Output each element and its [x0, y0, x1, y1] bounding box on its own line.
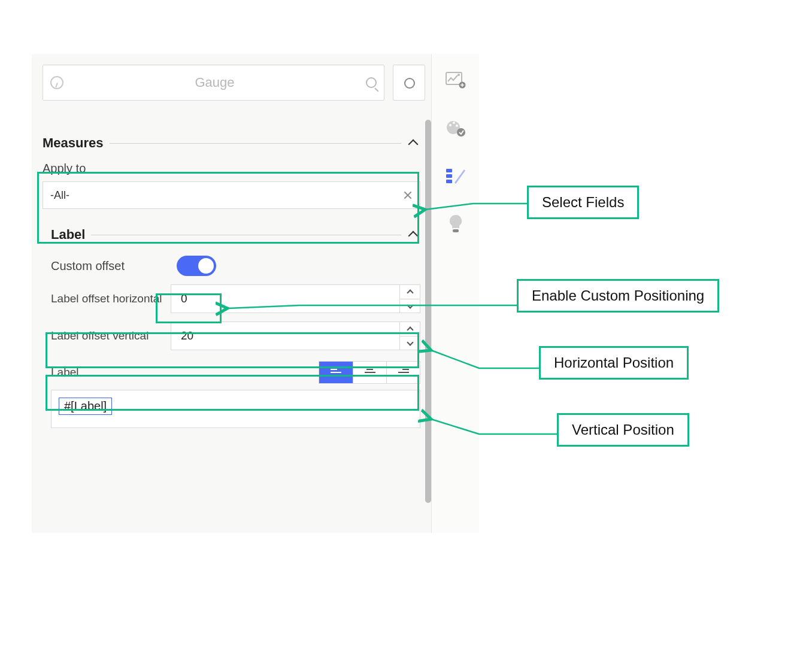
section-measures[interactable]: Measures — [43, 135, 420, 151]
svg-point-7 — [457, 128, 465, 137]
svg-rect-10 — [446, 180, 452, 183]
chevron-up-icon — [407, 139, 420, 147]
panel-toolbar: Gauge — [43, 65, 425, 101]
offset-vertical-label: Label offset vertical — [51, 322, 171, 350]
scrollbar[interactable] — [425, 114, 431, 521]
apply-to-label: Apply to — [43, 162, 420, 175]
apply-to-value: -All- — [50, 189, 403, 202]
align-center-button[interactable] — [353, 362, 386, 383]
callout-horizontal: Horizontal Position — [539, 346, 689, 380]
section-title: Measures — [43, 135, 104, 151]
gauge-icon — [50, 76, 63, 89]
tab-visualizations[interactable] — [444, 68, 468, 92]
callout-vertical: Vertical Position — [557, 413, 689, 447]
tab-insights[interactable] — [444, 212, 468, 236]
side-tab-rail — [431, 54, 479, 533]
svg-point-1 — [457, 74, 460, 76]
align-center-icon — [365, 369, 375, 376]
offset-horizontal-label: Label offset horizontal — [51, 284, 171, 313]
align-right-icon — [398, 369, 409, 376]
callout-enable-custom: Enable Custom Positioning — [517, 279, 719, 313]
svg-point-6 — [456, 125, 458, 127]
chevron-up-icon — [407, 289, 413, 295]
offset-vertical-row: Label offset vertical 20 — [51, 322, 420, 350]
label-template-input[interactable]: #[Label] — [51, 390, 420, 428]
offset-vertical-input[interactable]: 20 — [171, 322, 420, 350]
offset-vertical-value: 20 — [171, 322, 399, 350]
search-placeholder: Gauge — [63, 75, 366, 90]
label-token: #[Label] — [59, 398, 112, 415]
stepper-down[interactable] — [400, 336, 420, 350]
svg-rect-9 — [446, 174, 452, 178]
svg-point-5 — [453, 122, 455, 124]
offset-horizontal-input[interactable]: 0 — [171, 284, 420, 313]
svg-point-4 — [449, 124, 452, 126]
clear-icon[interactable] — [403, 190, 413, 200]
svg-rect-11 — [453, 229, 459, 232]
apply-to-select[interactable]: -All- — [43, 181, 420, 209]
label-align-row: Label — [51, 361, 420, 384]
reset-icon — [403, 77, 415, 89]
align-left-icon — [331, 369, 341, 376]
callout-select-fields: Select Fields — [527, 186, 639, 219]
visual-search[interactable]: Gauge — [43, 65, 384, 101]
offset-horizontal-value: 0 — [171, 285, 399, 313]
align-right-button[interactable] — [386, 362, 420, 383]
chevron-down-icon — [407, 303, 413, 309]
stepper-up[interactable] — [400, 285, 420, 299]
section-label[interactable]: Label — [51, 227, 420, 242]
custom-offset-toggle[interactable] — [177, 256, 216, 276]
chevron-up-icon — [407, 326, 413, 332]
custom-offset-label: Custom offset — [51, 259, 159, 273]
chevron-down-icon — [407, 340, 413, 346]
offset-horizontal-row: Label offset horizontal 0 — [51, 284, 420, 313]
custom-offset-row: Custom offset — [51, 256, 420, 276]
align-group — [319, 361, 420, 384]
stepper-up[interactable] — [400, 322, 420, 336]
section-title: Label — [51, 227, 85, 242]
svg-rect-8 — [446, 169, 452, 172]
divider — [91, 235, 401, 235]
tab-theme[interactable] — [444, 116, 468, 140]
chevron-up-icon — [407, 231, 420, 239]
reset-button[interactable] — [393, 65, 425, 101]
label-field-label: Label — [51, 366, 171, 379]
properties-content: Measures Apply to -All- Label Custom off… — [43, 126, 420, 428]
stepper-down[interactable] — [400, 299, 420, 313]
search-icon — [366, 77, 377, 88]
align-left-button[interactable] — [319, 362, 353, 383]
properties-panel: Gauge — [32, 54, 479, 533]
tab-fields[interactable] — [444, 164, 468, 188]
divider — [110, 143, 401, 144]
scrollbar-thumb[interactable] — [425, 120, 431, 503]
